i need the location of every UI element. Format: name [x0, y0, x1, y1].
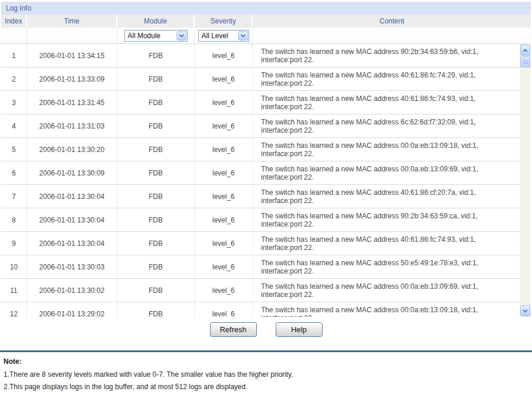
cell-content: The switch has learned a new MAC address… [253, 302, 520, 317]
note-line-2: 2.This page displays logs in the log buf… [4, 383, 528, 391]
table-row: 8 2006-01-01 13:30:04 FDB level_6 The sw… [1, 208, 520, 232]
note-section: Note: 1.There are 8 severity levels mark… [0, 352, 532, 391]
table-row: 1 2006-01-01 13:34:15 FDB level_6 The sw… [1, 44, 520, 67]
cell-module: FDB [117, 44, 195, 67]
cell-content: The switch has learned a new MAC address… [253, 279, 520, 302]
cell-index: 9 [1, 232, 27, 255]
cell-index: 8 [1, 208, 27, 231]
level-filter-select[interactable]: All Level [198, 30, 249, 42]
column-header-content: Content [253, 15, 531, 28]
log-rows: 1 2006-01-01 13:34:15 FDB level_6 The sw… [1, 44, 520, 317]
cell-time: 2006-01-01 13:31:03 [27, 114, 117, 137]
filter-cell-content [253, 28, 531, 43]
cell-module: FDB [117, 208, 195, 231]
action-buttons: Refresh Help [1, 322, 531, 337]
cell-index: 2 [1, 67, 27, 90]
column-header-time: Time [27, 15, 117, 28]
cell-index: 10 [1, 255, 27, 278]
cell-content: The switch has learned a new MAC address… [253, 44, 520, 67]
cell-module: FDB [117, 185, 195, 208]
table-row: 5 2006-01-01 13:30:20 FDB level_6 The sw… [1, 138, 520, 161]
cell-content: The switch has learned a new MAC address… [253, 232, 520, 255]
log-table: Index Time Module Severity Content All M… [1, 15, 531, 317]
refresh-button[interactable]: Refresh [210, 322, 257, 337]
cell-index: 3 [1, 91, 27, 114]
chevron-down-icon [238, 31, 248, 40]
cell-time: 2006-01-01 13:30:20 [27, 138, 117, 161]
cell-severity: level_6 [195, 255, 253, 278]
table-row: 7 2006-01-01 13:30:04 FDB level_6 The sw… [1, 185, 520, 208]
filter-cell-module: All Module [117, 28, 195, 43]
cell-index: 7 [1, 185, 27, 208]
cell-content: The switch has learned a new MAC address… [253, 208, 520, 231]
chevron-down-icon [177, 31, 187, 40]
cell-severity: level_6 [195, 279, 253, 302]
module-filter-value: All Module [128, 32, 161, 40]
cell-content: The switch has learned a new MAC address… [253, 161, 520, 184]
table-row: 4 2006-01-01 13:31:03 FDB level_6 The sw… [1, 114, 520, 138]
level-filter-value: All Level [202, 32, 228, 40]
cell-time: 2006-01-01 13:30:02 [27, 279, 117, 302]
cell-severity: level_6 [195, 114, 253, 137]
log-scroll-area: 1 2006-01-01 13:34:15 FDB level_6 The sw… [1, 43, 531, 317]
table-row: 6 2006-01-01 13:30:09 FDB level_6 The sw… [1, 161, 520, 185]
cell-time: 2006-01-01 13:30:04 [27, 185, 117, 208]
cell-time: 2006-01-01 13:30:04 [27, 208, 117, 231]
cell-content: The switch has learned a new MAC address… [253, 91, 520, 114]
help-button[interactable]: Help [276, 322, 323, 337]
table-row: 3 2006-01-01 13:31:45 FDB level_6 The sw… [1, 91, 520, 114]
module-filter-select[interactable]: All Module [124, 30, 188, 42]
table-row: 12 2006-01-01 13:29:02 FDB level_6 The s… [1, 302, 520, 317]
scrollbar-thumb[interactable] [520, 56, 530, 67]
filter-cell-index [1, 28, 27, 43]
cell-time: 2006-01-01 13:30:03 [27, 255, 117, 278]
scrollbar-track[interactable] [520, 67, 531, 305]
scrollbar-grip-icon [523, 60, 528, 64]
cell-index: 12 [1, 302, 27, 317]
filter-row: All Module All Level [1, 28, 531, 43]
cell-module: FDB [117, 67, 195, 90]
cell-content: The switch has learned a new MAC address… [253, 67, 520, 90]
cell-severity: level_6 [195, 208, 253, 231]
log-info-page: Log Info Index Time Module Severity Cont… [0, 0, 532, 337]
cell-module: FDB [117, 279, 195, 302]
cell-module: FDB [117, 91, 195, 114]
table-row: 2 2006-01-01 13:33:09 FDB level_6 The sw… [1, 67, 520, 91]
column-header-module: Module [117, 15, 195, 28]
panel-title-bar: Log Info [1, 2, 531, 15]
cell-severity: level_6 [195, 302, 253, 317]
cell-module: FDB [117, 138, 195, 161]
cell-time: 2006-01-01 13:30:09 [27, 161, 117, 184]
cell-time: 2006-01-01 13:33:09 [27, 67, 117, 90]
cell-module: FDB [117, 255, 195, 278]
cell-module: FDB [117, 232, 195, 255]
cell-time: 2006-01-01 13:30:04 [27, 232, 117, 255]
cell-severity: level_6 [195, 232, 253, 255]
scrollbar-up-button[interactable] [520, 45, 530, 56]
scrollbar-down-button[interactable] [520, 305, 530, 316]
filter-cell-time [27, 28, 117, 43]
table-header-row: Index Time Module Severity Content [1, 15, 531, 28]
cell-severity: level_6 [195, 161, 253, 184]
filter-cell-severity: All Level [195, 28, 253, 43]
cell-severity: level_6 [195, 67, 253, 90]
note-label: Note: [4, 357, 528, 366]
cell-content: The switch has learned a new MAC address… [253, 255, 520, 278]
cell-time: 2006-01-01 13:31:45 [27, 91, 117, 114]
cell-index: 4 [1, 114, 27, 137]
cell-severity: level_6 [195, 91, 253, 114]
cell-module: FDB [117, 114, 195, 137]
cell-severity: level_6 [195, 138, 253, 161]
table-row: 11 2006-01-01 13:30:02 FDB level_6 The s… [1, 279, 520, 302]
cell-index: 6 [1, 161, 27, 184]
cell-index: 1 [1, 44, 27, 67]
cell-index: 11 [1, 279, 27, 302]
vertical-scrollbar[interactable] [520, 44, 531, 317]
note-line-1: 1.There are 8 severity levels marked wit… [4, 370, 528, 379]
cell-time: 2006-01-01 13:29:02 [27, 302, 117, 317]
cell-content: The switch has learned a new MAC address… [253, 185, 520, 208]
table-row: 10 2006-01-01 13:30:03 FDB level_6 The s… [1, 255, 520, 279]
cell-index: 5 [1, 138, 27, 161]
column-header-severity: Severity [195, 15, 253, 28]
cell-severity: level_6 [195, 44, 253, 67]
